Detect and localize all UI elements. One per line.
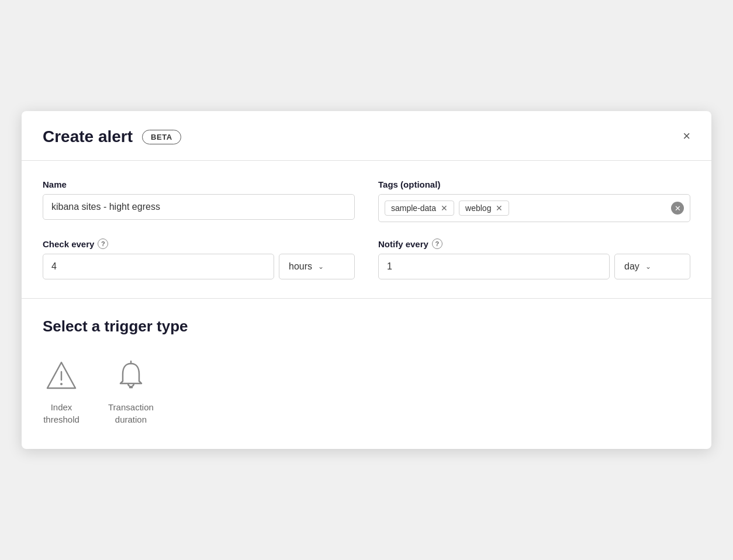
alert-triangle-icon [43, 357, 80, 394]
notify-every-group: Notify every ? day ⌄ [378, 238, 690, 279]
clear-tags-button[interactable]: ✕ [671, 202, 684, 215]
trigger-transaction-duration-label: Transactionduration [108, 401, 154, 426]
trigger-option-index-threshold[interactable]: Indexthreshold [43, 357, 80, 426]
modal-title: Create alert [43, 127, 133, 146]
modal-header: Create alert BETA × [22, 111, 711, 160]
check-every-help-icon[interactable]: ? [98, 238, 108, 249]
tags-label: Tags (optional) [378, 179, 690, 189]
tag-label: weblog [465, 203, 491, 213]
trigger-options: Indexthreshold Transactionduration [43, 357, 690, 426]
notify-every-unit-label: day [624, 261, 639, 272]
tags-container[interactable]: sample-data ✕ weblog ✕ ✕ [378, 194, 690, 222]
notify-every-chevron-icon: ⌄ [645, 262, 651, 271]
form-section: Name Tags (optional) sample-data ✕ weblo… [22, 161, 711, 298]
check-every-chevron-icon: ⌄ [318, 262, 324, 271]
notify-every-unit-select[interactable]: day ⌄ [614, 254, 690, 279]
notify-every-label: Notify every ? [378, 238, 690, 249]
notify-every-help-icon[interactable]: ? [432, 238, 442, 249]
tag-remove-weblog[interactable]: ✕ [496, 204, 503, 212]
close-button[interactable]: × [678, 127, 695, 145]
notify-every-input-group: day ⌄ [378, 254, 690, 279]
notify-every-number-input[interactable] [378, 254, 610, 279]
check-every-unit-label: hours [289, 261, 312, 272]
bell-icon [112, 357, 150, 394]
trigger-section: Select a trigger type Indexthreshold [22, 299, 711, 449]
trigger-index-threshold-label: Indexthreshold [43, 401, 79, 426]
tag-remove-sample-data[interactable]: ✕ [441, 204, 448, 212]
name-group: Name [43, 179, 355, 222]
check-every-input-group: hours ⌄ [43, 254, 355, 279]
tag-weblog: weblog ✕ [459, 201, 509, 216]
create-alert-modal: Create alert BETA × Name Tags (optional) [22, 111, 711, 449]
name-label: Name [43, 179, 355, 189]
check-every-label: Check every ? [43, 238, 355, 249]
svg-point-2 [60, 383, 63, 385]
name-input[interactable] [43, 194, 355, 220]
trigger-section-title: Select a trigger type [43, 317, 690, 336]
trigger-option-transaction-duration[interactable]: Transactionduration [108, 357, 154, 426]
tag-label: sample-data [391, 203, 436, 213]
tag-sample-data: sample-data ✕ [385, 201, 454, 216]
check-every-group: Check every ? hours ⌄ [43, 238, 355, 279]
form-grid: Name Tags (optional) sample-data ✕ weblo… [43, 179, 690, 279]
tags-group: Tags (optional) sample-data ✕ weblog ✕ ✕ [378, 179, 690, 222]
beta-badge: BETA [142, 130, 181, 144]
check-every-unit-select[interactable]: hours ⌄ [279, 254, 355, 279]
check-every-number-input[interactable] [43, 254, 274, 279]
